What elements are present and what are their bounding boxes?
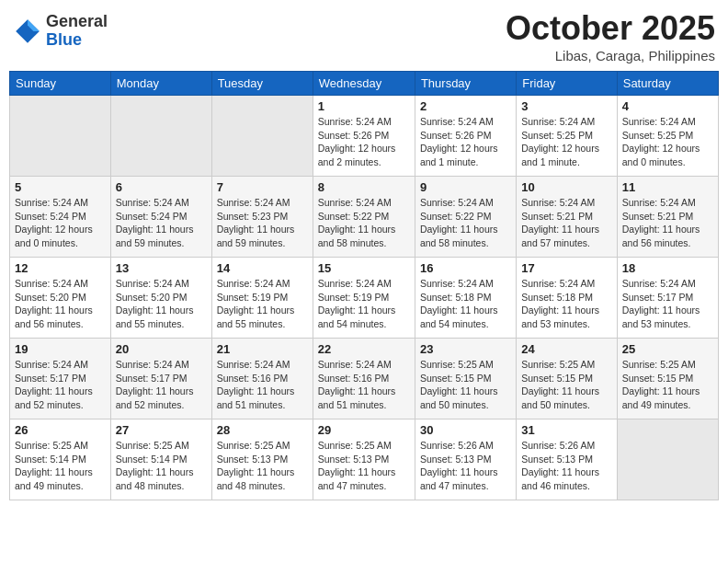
day-cell [110, 96, 211, 177]
weekday-header-saturday: Saturday [617, 72, 718, 96]
day-number: 30 [420, 423, 511, 437]
day-number: 5 [15, 180, 106, 194]
day-info: Sunrise: 5:24 AM Sunset: 5:21 PM Dayligh… [622, 196, 713, 250]
logo-general: General [46, 13, 108, 31]
calendar-table: SundayMondayTuesdayWednesdayThursdayFrid… [9, 71, 719, 500]
week-row-5: 26Sunrise: 5:25 AM Sunset: 5:14 PM Dayli… [10, 419, 719, 500]
day-number: 4 [622, 99, 713, 113]
day-cell: 26Sunrise: 5:25 AM Sunset: 5:14 PM Dayli… [10, 419, 111, 500]
day-cell: 16Sunrise: 5:24 AM Sunset: 5:18 PM Dayli… [415, 258, 516, 339]
day-info: Sunrise: 5:24 AM Sunset: 5:17 PM Dayligh… [622, 277, 713, 331]
day-number: 14 [217, 261, 308, 275]
day-cell: 11Sunrise: 5:24 AM Sunset: 5:21 PM Dayli… [617, 177, 718, 258]
day-cell: 24Sunrise: 5:25 AM Sunset: 5:15 PM Dayli… [517, 339, 617, 419]
day-number: 7 [217, 180, 308, 194]
day-number: 28 [217, 423, 308, 437]
logo-blue: Blue [46, 31, 108, 50]
day-number: 12 [15, 261, 106, 275]
weekday-header-monday: Monday [110, 72, 211, 96]
weekday-header-friday: Friday [517, 72, 617, 96]
day-number: 16 [420, 261, 511, 275]
week-row-3: 12Sunrise: 5:24 AM Sunset: 5:20 PM Dayli… [10, 258, 719, 339]
day-number: 13 [116, 261, 207, 275]
day-number: 15 [318, 261, 410, 275]
day-number: 24 [521, 342, 611, 356]
month-title: October 2025 [506, 9, 715, 48]
day-info: Sunrise: 5:24 AM Sunset: 5:16 PM Dayligh… [217, 358, 308, 412]
day-number: 9 [420, 180, 511, 194]
day-info: Sunrise: 5:24 AM Sunset: 5:24 PM Dayligh… [15, 196, 106, 250]
weekday-header-sunday: Sunday [10, 72, 111, 96]
day-cell: 8Sunrise: 5:24 AM Sunset: 5:22 PM Daylig… [313, 177, 415, 258]
day-number: 6 [116, 180, 207, 194]
day-info: Sunrise: 5:25 AM Sunset: 5:15 PM Dayligh… [622, 358, 713, 412]
day-number: 23 [420, 342, 511, 356]
day-number: 27 [116, 423, 207, 437]
day-cell: 19Sunrise: 5:24 AM Sunset: 5:17 PM Dayli… [10, 339, 111, 419]
day-info: Sunrise: 5:24 AM Sunset: 5:18 PM Dayligh… [521, 277, 611, 331]
week-row-4: 19Sunrise: 5:24 AM Sunset: 5:17 PM Dayli… [10, 339, 719, 419]
day-number: 26 [15, 423, 106, 437]
day-number: 8 [318, 180, 410, 194]
location-subtitle: Libas, Caraga, Philippines [506, 48, 715, 63]
day-info: Sunrise: 5:25 AM Sunset: 5:13 PM Dayligh… [217, 439, 308, 493]
day-cell: 2Sunrise: 5:24 AM Sunset: 5:26 PM Daylig… [415, 96, 516, 177]
day-cell: 31Sunrise: 5:26 AM Sunset: 5:13 PM Dayli… [517, 419, 617, 500]
day-number: 22 [318, 342, 410, 356]
day-info: Sunrise: 5:24 AM Sunset: 5:22 PM Dayligh… [420, 196, 511, 250]
day-info: Sunrise: 5:26 AM Sunset: 5:13 PM Dayligh… [420, 439, 511, 493]
day-cell: 17Sunrise: 5:24 AM Sunset: 5:18 PM Dayli… [517, 258, 617, 339]
day-cell: 12Sunrise: 5:24 AM Sunset: 5:20 PM Dayli… [10, 258, 111, 339]
day-cell: 23Sunrise: 5:25 AM Sunset: 5:15 PM Dayli… [415, 339, 516, 419]
day-cell: 3Sunrise: 5:24 AM Sunset: 5:25 PM Daylig… [517, 96, 617, 177]
day-number: 21 [217, 342, 308, 356]
day-number: 19 [15, 342, 106, 356]
weekday-header-thursday: Thursday [415, 72, 516, 96]
day-number: 18 [622, 261, 713, 275]
day-cell [617, 419, 718, 500]
day-cell: 20Sunrise: 5:24 AM Sunset: 5:17 PM Dayli… [110, 339, 211, 419]
day-cell: 13Sunrise: 5:24 AM Sunset: 5:20 PM Dayli… [110, 258, 211, 339]
day-info: Sunrise: 5:24 AM Sunset: 5:18 PM Dayligh… [420, 277, 511, 331]
day-cell: 4Sunrise: 5:24 AM Sunset: 5:25 PM Daylig… [617, 96, 718, 177]
day-info: Sunrise: 5:24 AM Sunset: 5:25 PM Dayligh… [622, 115, 713, 169]
day-info: Sunrise: 5:24 AM Sunset: 5:26 PM Dayligh… [318, 115, 410, 169]
weekday-header-row: SundayMondayTuesdayWednesdayThursdayFrid… [10, 72, 719, 96]
weekday-header-wednesday: Wednesday [313, 72, 415, 96]
day-cell: 7Sunrise: 5:24 AM Sunset: 5:23 PM Daylig… [211, 177, 313, 258]
day-cell: 15Sunrise: 5:24 AM Sunset: 5:19 PM Dayli… [313, 258, 415, 339]
week-row-1: 1Sunrise: 5:24 AM Sunset: 5:26 PM Daylig… [10, 96, 719, 177]
day-number: 17 [521, 261, 611, 275]
weekday-header-tuesday: Tuesday [211, 72, 313, 96]
day-cell: 30Sunrise: 5:26 AM Sunset: 5:13 PM Dayli… [415, 419, 516, 500]
day-number: 11 [622, 180, 713, 194]
day-info: Sunrise: 5:26 AM Sunset: 5:13 PM Dayligh… [521, 439, 611, 493]
day-cell: 14Sunrise: 5:24 AM Sunset: 5:19 PM Dayli… [211, 258, 313, 339]
day-info: Sunrise: 5:25 AM Sunset: 5:13 PM Dayligh… [318, 439, 410, 493]
day-number: 20 [116, 342, 207, 356]
day-cell: 27Sunrise: 5:25 AM Sunset: 5:14 PM Dayli… [110, 419, 211, 500]
day-info: Sunrise: 5:24 AM Sunset: 5:25 PM Dayligh… [521, 115, 611, 169]
day-cell [10, 96, 111, 177]
day-info: Sunrise: 5:24 AM Sunset: 5:19 PM Dayligh… [318, 277, 410, 331]
day-info: Sunrise: 5:25 AM Sunset: 5:15 PM Dayligh… [521, 358, 611, 412]
day-number: 1 [318, 99, 410, 113]
day-number: 29 [318, 423, 410, 437]
week-row-2: 5Sunrise: 5:24 AM Sunset: 5:24 PM Daylig… [10, 177, 719, 258]
day-number: 10 [521, 180, 611, 194]
day-cell: 1Sunrise: 5:24 AM Sunset: 5:26 PM Daylig… [313, 96, 415, 177]
day-cell: 29Sunrise: 5:25 AM Sunset: 5:13 PM Dayli… [313, 419, 415, 500]
day-info: Sunrise: 5:24 AM Sunset: 5:26 PM Dayligh… [420, 115, 511, 169]
logo: General Blue [13, 13, 108, 50]
day-info: Sunrise: 5:24 AM Sunset: 5:20 PM Dayligh… [116, 277, 207, 331]
day-info: Sunrise: 5:24 AM Sunset: 5:16 PM Dayligh… [318, 358, 410, 412]
logo-icon [13, 17, 42, 46]
day-info: Sunrise: 5:24 AM Sunset: 5:20 PM Dayligh… [15, 277, 106, 331]
day-number: 3 [521, 99, 611, 113]
logo-text: General Blue [46, 13, 108, 50]
day-cell: 28Sunrise: 5:25 AM Sunset: 5:13 PM Dayli… [211, 419, 313, 500]
day-cell: 10Sunrise: 5:24 AM Sunset: 5:21 PM Dayli… [517, 177, 617, 258]
day-info: Sunrise: 5:24 AM Sunset: 5:19 PM Dayligh… [217, 277, 308, 331]
day-number: 2 [420, 99, 511, 113]
day-info: Sunrise: 5:24 AM Sunset: 5:17 PM Dayligh… [15, 358, 106, 412]
